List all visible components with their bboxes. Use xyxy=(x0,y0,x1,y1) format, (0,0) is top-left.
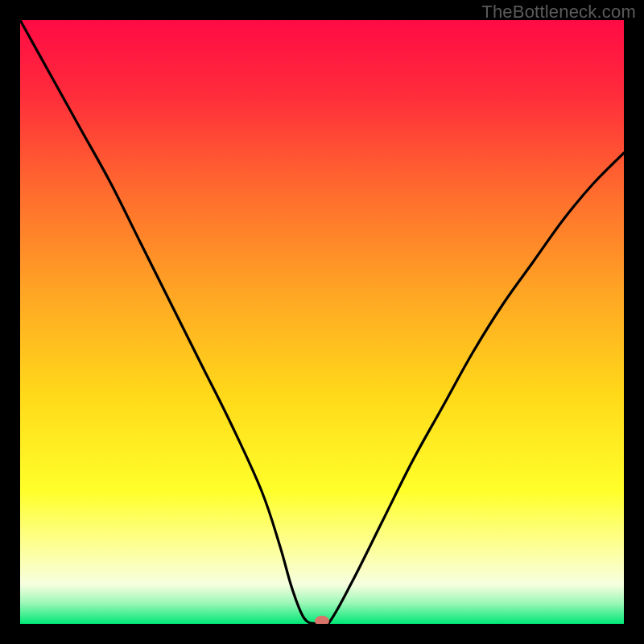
chart-frame xyxy=(20,20,624,624)
bottleneck-chart xyxy=(20,20,624,624)
gradient-background xyxy=(20,20,624,624)
watermark-text: TheBottleneck.com xyxy=(481,2,636,23)
